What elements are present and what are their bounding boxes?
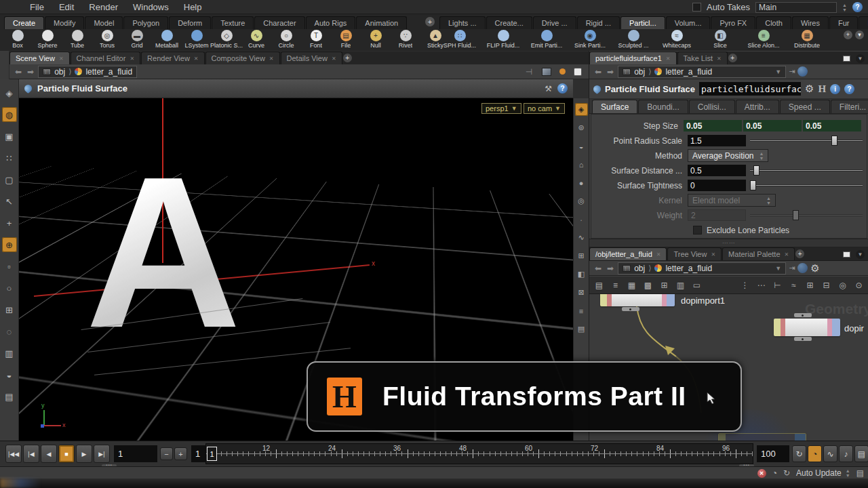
pane-tab[interactable]: Material Palette✕ (722, 247, 795, 260)
take-spinner[interactable]: ▲▼ (842, 3, 847, 12)
display-flag-icon[interactable]: ▤ (593, 279, 605, 291)
pane-tab[interactable]: Composite View✕ (205, 52, 280, 64)
notes-icon[interactable]: ▥ (675, 279, 686, 291)
dots-icon[interactable]: ⋮ (739, 279, 751, 291)
current-frame-field[interactable]: 1 (114, 445, 157, 462)
misc-tool-icon[interactable]: ▤ (2, 389, 17, 404)
close-tab-icon[interactable]: ✕ (130, 56, 134, 62)
shelf-tab[interactable]: Pyro FX (711, 16, 755, 29)
translate-handle-icon[interactable]: + (2, 216, 17, 230)
shelf-tab[interactable]: Texture (212, 16, 254, 29)
add-shelf-tab-icon[interactable]: + (425, 17, 435, 26)
tool-emit-particles[interactable]: Emit Parti... (525, 29, 568, 51)
paint-tool-icon[interactable]: ◌ (2, 324, 17, 339)
wireframe-icon[interactable]: ◒ (575, 140, 588, 152)
realtime-toggle-button[interactable]: ↻ (792, 445, 806, 462)
tool-sphere[interactable]: Sphere (33, 29, 62, 51)
shelf-tab[interactable]: Drive ... (533, 16, 576, 29)
pose-tool-icon[interactable]: ○ (2, 281, 17, 296)
magnify-icon[interactable]: ◎ (837, 279, 848, 291)
geometry-select-icon[interactable]: ▣ (2, 129, 17, 144)
tool-platonic[interactable]: ◇ Platonic S... (212, 29, 241, 51)
grid-show-icon[interactable]: ⊟ (821, 279, 832, 291)
menu-item[interactable]: Windows (126, 1, 176, 14)
refresh-icon[interactable]: ↻ (783, 468, 790, 478)
pane-tab[interactable]: Channel Editor✕ (71, 52, 140, 64)
parameter-tab[interactable]: Speed ... (780, 100, 830, 113)
slider-handle[interactable] (750, 180, 756, 190)
close-tab-icon[interactable]: ✕ (666, 56, 671, 62)
tool-distribute[interactable]: ▦ Distribute (785, 29, 829, 51)
pane-menu-icon[interactable]: ▼ (856, 250, 865, 259)
distribute-icon[interactable]: ≈ (788, 279, 800, 291)
chevron-down-icon[interactable]: ▼ (775, 68, 781, 75)
node-dopimport1[interactable] (600, 294, 675, 306)
next-keyframe-button[interactable]: ▶| (94, 445, 110, 463)
shelf-tab[interactable]: Auto Rigs (306, 16, 356, 29)
step-size-field[interactable]: 0.05 (743, 120, 802, 131)
path-node[interactable]: letter_a_fluid (665, 264, 712, 273)
palette-icon[interactable]: ▩ (642, 279, 654, 291)
step-size-field[interactable]: 0.05 (684, 120, 742, 131)
slider-handle[interactable] (753, 165, 760, 176)
primitives-select-icon[interactable]: ▢ (2, 172, 17, 187)
objects-mode-icon[interactable]: ◍ (2, 107, 17, 122)
point-radius-slider[interactable] (750, 135, 863, 146)
back-icon[interactable]: ⬅ (593, 67, 603, 77)
shelf-tab[interactable]: Deform (169, 16, 211, 29)
tool-torus[interactable]: ◎ Torus (92, 29, 122, 51)
align-icon[interactable]: ⊢ (772, 279, 783, 291)
lighting-icon[interactable]: ● (575, 176, 588, 189)
node-output-stub[interactable] (794, 337, 812, 341)
pane-tab[interactable]: /obj/letter_a_fluid✕ (589, 247, 667, 260)
pane-tab[interactable]: Render View✕ (141, 52, 204, 64)
chevron-down-icon[interactable]: ▼ (775, 265, 781, 272)
char-display-icon[interactable]: ≡ (575, 304, 588, 317)
pane-link-icon[interactable]: ⊣ (524, 67, 534, 77)
shelf-overflow-icon[interactable]: ▾ (855, 30, 864, 39)
tool-curve[interactable]: ∿ Curve (241, 29, 271, 51)
list-mode-icon[interactable]: ≡ (610, 279, 621, 291)
frame-decrement-button[interactable]: − (160, 447, 173, 460)
view-tool-icon[interactable]: ◒ (2, 367, 17, 382)
tool-sph-fluid[interactable]: ∷ SPH Fluid... (438, 29, 481, 51)
tool-circle[interactable]: ○ Circle (271, 29, 301, 51)
add-pane-tab-icon[interactable]: + (728, 54, 737, 62)
path-root[interactable]: obj (54, 67, 65, 77)
point-radius-field[interactable]: 1.5 (688, 135, 746, 146)
tool-sculpted[interactable]: Sculpted ... (612, 29, 655, 51)
auto-takes-checkbox[interactable] (692, 3, 701, 12)
pane-menu-icon[interactable]: ▼ (856, 54, 865, 63)
memory-icon[interactable]: ◔ (772, 468, 777, 478)
close-tab-icon[interactable]: ✕ (785, 251, 789, 258)
sync-icon[interactable] (797, 66, 808, 77)
text-display-icon[interactable]: ▤ (575, 323, 588, 336)
network-path[interactable]: ⋮⋮ obj ⟩ letter_a_fluid ▼ (618, 262, 786, 274)
parameter-tab[interactable]: Boundi... (638, 100, 688, 113)
node-output-stub[interactable] (622, 307, 639, 311)
shelf-tab[interactable]: Volum... (666, 16, 711, 29)
grid-snap-icon[interactable]: ⊞ (804, 279, 816, 291)
shelf-tab[interactable]: Create (4, 16, 44, 29)
maximize-pane-icon[interactable] (843, 251, 850, 258)
tool-whitecaps[interactable]: ≈ Whitecaps (655, 29, 698, 51)
stop-button[interactable]: ■ (58, 445, 75, 463)
method-dropdown[interactable]: Average Position ▲▼ (688, 149, 768, 162)
scale-handle-icon[interactable]: ▫ (2, 259, 17, 274)
shelf-tab[interactable]: Lights ... (439, 16, 486, 29)
scene-path[interactable]: ⋮⋮ obj ⟩ letter_a_fluid (38, 66, 137, 78)
houdini-operator-icon[interactable]: H (818, 83, 826, 95)
tool-grid[interactable]: ▬ Grid (122, 29, 152, 51)
menu-item[interactable]: Edit (52, 1, 81, 14)
path-root[interactable]: obj (634, 67, 645, 77)
close-tab-icon[interactable]: ✕ (194, 56, 199, 62)
surface-tightness-slider[interactable] (750, 180, 863, 191)
surface-distance-field[interactable]: 0.5 (688, 165, 746, 176)
points-select-icon[interactable]: ∷ (2, 150, 17, 165)
crop-display-icon[interactable]: ⊠ (575, 286, 588, 299)
path-node[interactable]: letter_a_fluid (665, 67, 712, 77)
add-pane-tab-icon[interactable]: + (343, 54, 352, 62)
menu-item[interactable]: Render (82, 1, 125, 14)
cancel-cook-icon[interactable]: ✕ (757, 469, 766, 478)
shelf-tab[interactable]: Fur (829, 16, 859, 29)
